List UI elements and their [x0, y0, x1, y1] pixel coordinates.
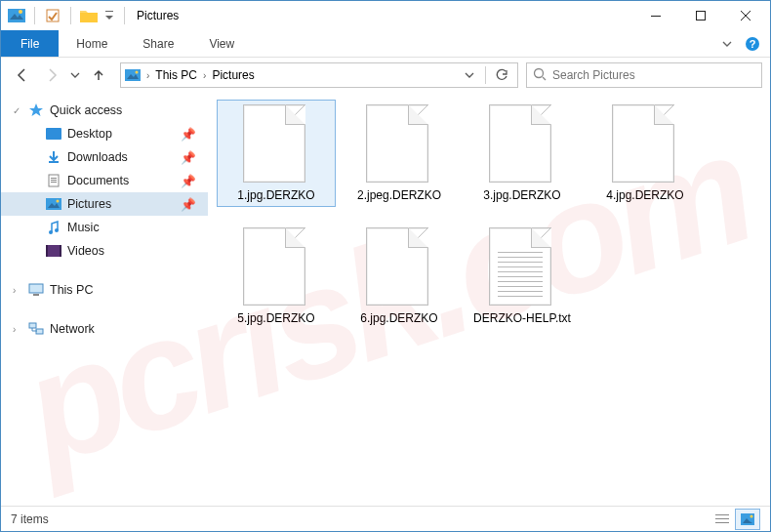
file-item[interactable]: 5.jpg.DERZKO [218, 224, 335, 329]
body: pcrisk.com ✓ Quick access Desktop 📌 Down… [1, 93, 770, 506]
minimize-button[interactable] [633, 1, 678, 30]
file-name-label: DERZKO-HELP.txt [473, 311, 571, 325]
pin-icon: 📌 [181, 197, 196, 212]
details-view-button[interactable] [710, 509, 735, 530]
chevron-right-icon[interactable]: › [203, 70, 206, 81]
sidebar-item-quick-access[interactable]: ✓ Quick access [1, 99, 208, 122]
tab-home[interactable]: Home [59, 30, 125, 57]
sidebar-item-label: Network [50, 322, 95, 336]
svg-text:?: ? [750, 38, 756, 50]
svg-rect-19 [46, 198, 61, 210]
sidebar-item-label: Videos [67, 244, 104, 258]
toolbar-separator [124, 7, 125, 24]
pin-icon: 📌 [181, 174, 196, 188]
chevron-right-icon[interactable]: › [146, 70, 149, 81]
file-name-label: 4.jpg.DERZKO [606, 188, 683, 202]
file-name-label: 6.jpg.DERZKO [360, 311, 437, 325]
search-box[interactable] [526, 62, 762, 88]
recent-locations-button[interactable] [67, 61, 83, 89]
back-button[interactable] [9, 61, 36, 89]
svg-rect-26 [60, 245, 61, 257]
svg-rect-24 [46, 245, 61, 257]
file-item[interactable]: 1.jpg.DERZKO [218, 101, 335, 206]
svg-rect-31 [715, 514, 729, 515]
svg-rect-25 [46, 245, 48, 257]
file-item[interactable]: 4.jpg.DERZKO [587, 101, 704, 206]
svg-marker-13 [29, 103, 43, 116]
qat-dropdown-icon[interactable] [102, 6, 116, 25]
refresh-button[interactable] [490, 64, 513, 86]
svg-rect-0 [8, 9, 25, 22]
maximize-button[interactable] [678, 1, 723, 30]
up-button[interactable] [85, 61, 112, 89]
file-tab[interactable]: File [1, 30, 59, 57]
sidebar-item-documents[interactable]: Documents 📌 [1, 169, 208, 192]
svg-rect-18 [51, 182, 57, 183]
videos-icon [46, 243, 61, 259]
sidebar-item-label: Documents [67, 174, 129, 187]
sidebar-item-network[interactable]: › Network [1, 317, 208, 341]
downloads-icon [46, 149, 61, 165]
sidebar-item-this-pc[interactable]: › This PC [1, 278, 208, 302]
pictures-icon [46, 196, 61, 212]
sidebar-item-downloads[interactable]: Downloads 📌 [1, 145, 208, 169]
svg-point-12 [535, 68, 544, 77]
help-button[interactable]: ? [741, 30, 764, 57]
file-item[interactable]: DERZKO-HELP.txt [464, 224, 581, 329]
documents-icon [46, 173, 61, 188]
svg-rect-4 [105, 11, 113, 12]
file-name-label: 2.jpeg.DERZKO [357, 188, 441, 202]
svg-rect-9 [125, 69, 141, 81]
expand-ribbon-icon[interactable] [713, 30, 741, 57]
svg-rect-16 [51, 178, 57, 179]
sidebar-item-label: Quick access [50, 103, 122, 117]
tab-view[interactable]: View [191, 30, 252, 57]
svg-rect-6 [697, 12, 706, 20]
sidebar-item-label: Downloads [67, 150, 128, 164]
close-button[interactable] [723, 1, 768, 30]
file-list[interactable]: 1.jpg.DERZKO2.jpeg.DERZKO3.jpg.DERZKO4.j… [208, 93, 770, 506]
file-item[interactable]: 3.jpg.DERZKO [464, 101, 581, 206]
file-item[interactable]: 2.jpeg.DERZKO [341, 101, 458, 206]
breadcrumb-this-pc[interactable]: This PC [155, 68, 197, 82]
folder-icon[interactable] [79, 6, 99, 25]
pin-icon: 📌 [181, 150, 196, 165]
sidebar-item-videos[interactable]: Videos [1, 239, 208, 263]
file-item[interactable]: 6.jpg.DERZKO [341, 224, 458, 329]
properties-icon[interactable] [43, 6, 62, 25]
toolbar-separator [34, 7, 35, 24]
tab-share[interactable]: Share [125, 30, 191, 57]
address-dropdown-icon[interactable] [458, 64, 481, 86]
search-input[interactable] [552, 68, 755, 82]
sidebar-item-label: Desktop [67, 127, 112, 141]
sidebar-item-pictures[interactable]: Pictures 📌 [1, 192, 208, 216]
search-icon [533, 67, 547, 84]
navigation-pane: ✓ Quick access Desktop 📌 Downloads 📌 Doc… [1, 93, 208, 506]
sidebar-item-music[interactable]: Music [1, 216, 208, 239]
breadcrumb-pictures[interactable]: Pictures [212, 68, 254, 82]
chevron-down-icon[interactable]: ✓ [13, 105, 20, 116]
sidebar-item-desktop[interactable]: Desktop 📌 [1, 122, 208, 145]
chevron-right-icon[interactable]: › [13, 324, 16, 335]
pin-icon: 📌 [181, 127, 196, 142]
quick-access-toolbar [7, 6, 129, 25]
svg-point-11 [136, 71, 139, 74]
this-pc-icon [28, 282, 44, 298]
generic-file-icon [243, 104, 309, 184]
svg-point-2 [19, 10, 22, 14]
toolbar-separator [70, 7, 71, 24]
files-container: 1.jpg.DERZKO2.jpeg.DERZKO3.jpg.DERZKO4.j… [218, 101, 760, 329]
large-icons-view-button[interactable] [735, 509, 760, 530]
svg-rect-14 [49, 161, 59, 163]
sidebar-item-label: Music [67, 221, 100, 234]
chevron-right-icon[interactable]: › [13, 285, 16, 296]
generic-file-icon [366, 104, 432, 184]
network-icon [28, 321, 44, 337]
pictures-folder-icon [7, 6, 26, 25]
svg-point-21 [57, 200, 60, 203]
forward-button[interactable] [38, 61, 65, 89]
sidebar-item-label: This PC [50, 283, 93, 297]
address-bar[interactable]: › This PC › Pictures [120, 62, 518, 88]
pictures-icon [125, 67, 141, 83]
svg-rect-29 [29, 323, 36, 328]
